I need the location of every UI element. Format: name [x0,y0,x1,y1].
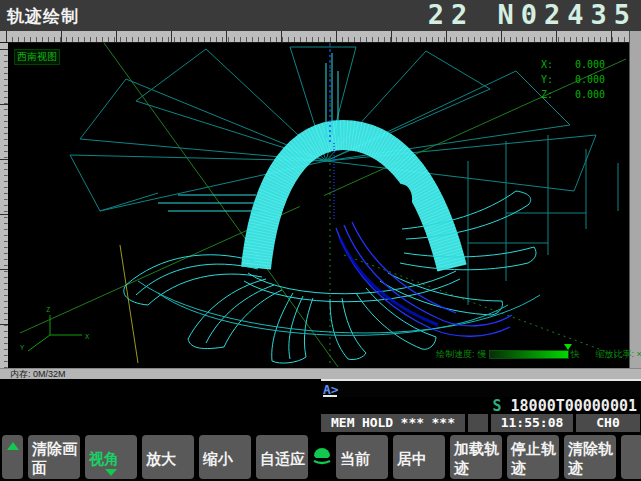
memory-usage: 内存: 0M/32M [10,369,66,379]
toolpath-plot[interactable]: Z X Y 西南视图 X: 0.000 Y: 0.000 Z: 0.000 绘制… [8,43,629,368]
horizontal-ruler [0,31,641,43]
spindle-tool-readout: S 18000T00000001 [321,397,637,413]
triad-z-label: Z [46,306,50,314]
status-stars-2: *** [432,414,455,432]
axis-triad: Z X Y [20,306,90,352]
spindle-label: S [493,397,502,415]
cnc-trace-screen: 轨迹绘制 22 N02435 [0,0,641,481]
machine-status-bar: MEM HOLD *** *** 11:55:08 CH0 [321,414,641,432]
softkey-auto-fit[interactable]: 自适应 [256,435,308,479]
title-bar: 轨迹绘制 22 N02435 [0,0,641,31]
softkey-row: 清除画面 视角 放大 缩小 自适应 当前 居中 加载轨迹 停止轨迹 [0,434,641,481]
softkey-current[interactable]: 当前 [336,435,388,479]
softkey-label: 放大 [146,450,176,467]
softkey-label: 缩小 [203,450,233,467]
yellow-path-line [120,245,138,363]
softkey-stop-trace[interactable]: 停止轨迹 [507,435,559,479]
coordinate-readout: X: 0.000 Y: 0.000 Z: 0.000 [535,57,605,102]
status-stars-1: *** [401,414,424,432]
memory-status-strip: 内存: 0M/32M [0,368,641,379]
softkey-label: 当前 [340,450,370,467]
triangle-down-icon [105,469,117,476]
right-scroll-strip[interactable] [629,31,641,368]
speed-slider[interactable] [489,350,569,359]
blank-segment [468,414,488,432]
program-number: 22 N02435 [428,0,637,30]
swirl-blades [124,191,540,363]
command-input[interactable]: A> [321,379,641,397]
vertical-ruler [0,43,8,368]
softkey-label: 居中 [397,450,427,467]
triad-x-label: X [85,333,90,341]
softkey-menu-return[interactable] [2,435,23,479]
coord-y: Y: 0.000 [535,72,605,87]
draw-speed-control: 绘制速度: 慢 快 缩放比率: ×1.233 [436,348,641,361]
softkey-label: 自适应 [260,450,305,467]
mode-segment: MEM HOLD *** *** [321,414,465,432]
hold-label: HOLD [362,414,393,432]
slider-marker-icon[interactable] [564,344,572,350]
softkey-zoom-out[interactable]: 缩小 [199,435,251,479]
softkey-clear-trace[interactable]: 清除轨迹 [564,435,616,479]
softkey-clear-screen[interactable]: 清除画面 [28,435,80,479]
triad-y-label: Y [20,344,25,352]
speed-slow-label: 慢 [478,348,487,361]
triangle-up-icon [7,442,19,450]
speed-label: 绘制速度: [436,348,475,361]
softkey-label: 加载轨迹 [454,440,499,476]
clock: 11:55:08 [491,414,573,432]
mode-label: MEM [331,414,354,432]
view-orientation-label: 西南视图 [14,49,60,65]
softkey-label: 停止轨迹 [511,440,556,476]
softkey-label: 清除轨迹 [568,440,613,476]
softkey-zoom-in[interactable]: 放大 [142,435,194,479]
coord-x: X: 0.000 [535,57,605,72]
softkey-load-trace[interactable]: 加载轨迹 [450,435,502,479]
zoom-ratio-label: 缩放比率: ×1.233 [596,348,641,361]
speed-fast-label: 快 [571,348,580,361]
spindle-tool-value: 18000T00000001 [511,397,637,415]
softkey-empty[interactable] [621,435,641,479]
softkey-center[interactable]: 居中 [393,435,445,479]
more-pages-icon[interactable] [310,442,334,470]
softkey-label: 视角 [89,450,119,467]
page-title: 轨迹绘制 [7,5,79,28]
coord-z: Z: 0.000 [535,87,605,102]
channel-indicator: CH0 [576,414,640,432]
softkey-label: 清除画面 [32,440,77,476]
softkey-view-angle[interactable]: 视角 [85,435,137,479]
